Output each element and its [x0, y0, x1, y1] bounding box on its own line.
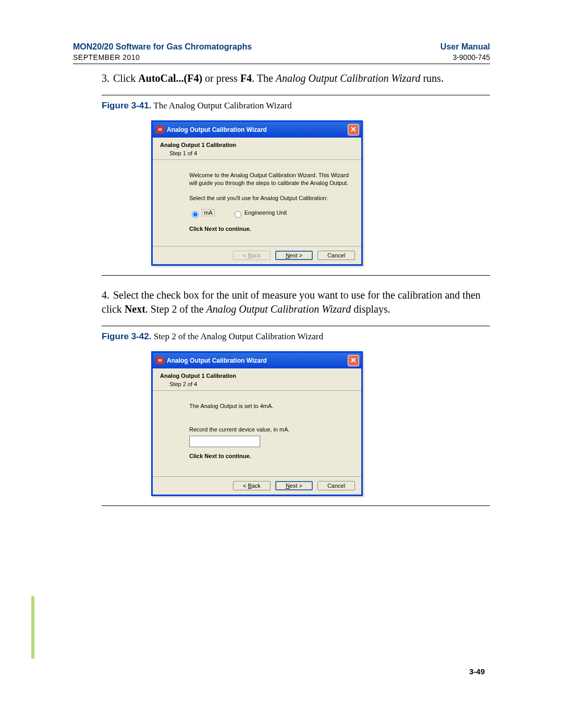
record-prompt: Record the current device value, in mA.	[189, 426, 354, 434]
titlebar[interactable]: M Analog Output Calibration Wizard ✕	[153, 122, 361, 138]
radio-ma-input[interactable]	[192, 211, 199, 218]
app-icon: M	[156, 357, 164, 364]
cancel-button[interactable]: Cancel	[317, 481, 355, 490]
close-icon[interactable]: ✕	[348, 355, 359, 366]
radio-eng-input[interactable]	[235, 211, 241, 218]
accent-bar	[31, 596, 34, 659]
figure-42-label: Figure 3-42. Step 2 of the Analog Output…	[102, 331, 490, 342]
dialog-footer: < Back Next > Cancel	[153, 476, 361, 495]
wizard-dialog-step1: M Analog Output Calibration Wizard ✕ Ana…	[151, 120, 363, 266]
back-button: < Back	[233, 251, 271, 260]
dialog-header: Analog Output 1 Calibration Step 2 of 4	[153, 368, 361, 391]
window-title: Analog Output Calibration Wizard	[167, 357, 348, 364]
doc-title: MON20/20 Software for Gas Chromatographs	[73, 42, 252, 53]
titlebar[interactable]: M Analog Output Calibration Wizard ✕	[153, 353, 361, 368]
calibration-title: Analog Output 1 Calibration	[160, 142, 354, 148]
app-icon: M	[156, 126, 164, 133]
separator	[102, 95, 490, 95]
welcome-text: Welcome to the Analog Output Calibration…	[189, 171, 354, 187]
dialog-header: Analog Output 1 Calibration Step 1 of 4	[153, 138, 361, 160]
step-3-text: 3.Click AutoCal...(F4) or press F4. The …	[102, 71, 490, 85]
calibration-title: Analog Output 1 Calibration	[160, 373, 354, 379]
doc-date: SEPTEMBER 2010	[73, 53, 252, 62]
wizard-dialog-step2: M Analog Output Calibration Wizard ✕ Ana…	[151, 351, 363, 496]
step-4-text: 4.Select the check box for the unit of m…	[102, 288, 490, 316]
radio-ma[interactable]: mA	[189, 209, 215, 216]
back-button[interactable]: < Back	[233, 481, 271, 490]
step-indicator: Step 2 of 4	[169, 381, 354, 387]
cancel-button[interactable]: Cancel	[317, 251, 355, 260]
doc-number: 3-9000-745	[440, 53, 490, 62]
separator	[102, 326, 490, 326]
radio-engineering-unit[interactable]: Engineering Unit	[232, 209, 287, 216]
step-indicator: Step 1 of 4	[169, 150, 354, 156]
continue-prompt: Click Next to continue.	[189, 225, 354, 233]
separator	[102, 275, 490, 276]
page-number: 3-49	[469, 667, 485, 676]
next-button[interactable]: Next >	[275, 481, 313, 490]
figure-41-label: Figure 3-41. The Analog Output Calibrati…	[102, 101, 490, 111]
dialog-footer: < Back Next > Cancel	[153, 246, 361, 264]
window-title: Analog Output Calibration Wizard	[167, 126, 348, 133]
next-button[interactable]: Next >	[275, 251, 313, 260]
close-icon[interactable]: ✕	[348, 124, 359, 135]
separator	[102, 505, 490, 506]
continue-prompt: Click Next to continue.	[189, 452, 354, 460]
doc-type: User Manual	[440, 42, 490, 53]
device-value-input[interactable]	[189, 436, 260, 447]
set-message: The Analog Output is set to 4mA.	[189, 402, 354, 410]
header-rule	[73, 64, 490, 64]
select-prompt: Select the unit you'll use for Analog Ou…	[189, 194, 354, 202]
page-header: MON20/20 Software for Gas Chromatographs…	[73, 42, 490, 62]
